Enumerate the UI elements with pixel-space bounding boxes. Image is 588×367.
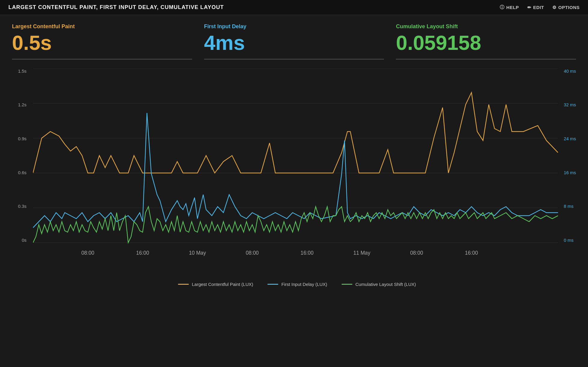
lcp-value: 0.5s bbox=[12, 32, 180, 54]
main-chart: 08:00 16:00 10 May 08:00 16:00 11 May 08… bbox=[33, 68, 558, 273]
x-label-7: 16:00 bbox=[465, 250, 478, 256]
legend-fid: First Input Delay (LUX) bbox=[267, 282, 327, 287]
legend-cls: Cumulative Layout Shift (LUX) bbox=[342, 282, 416, 287]
cls-label: Cumulative Layout Shift bbox=[396, 23, 564, 30]
y-right-2: 24 ms bbox=[564, 136, 576, 141]
header: LARGEST CONTENTFUL PAINT, FIRST INPUT DE… bbox=[0, 0, 588, 15]
y-left-5: 0s bbox=[22, 238, 27, 243]
y-right-3: 16 ms bbox=[564, 170, 576, 175]
y-left-2: 0.9s bbox=[18, 136, 26, 141]
fid-label: First Input Delay bbox=[204, 23, 372, 30]
edit-label: EDIT bbox=[533, 5, 544, 10]
x-label-2: 10 May bbox=[189, 250, 206, 256]
y-left-4: 0.3s bbox=[18, 204, 26, 209]
y-axis-left: 1.5s 1.2s 0.9s 0.6s 0.3s 0s bbox=[18, 68, 29, 243]
legend-cls-line bbox=[342, 284, 352, 285]
question-circle-icon: ⓘ bbox=[500, 5, 505, 10]
y-left-3: 0.6s bbox=[18, 170, 26, 175]
x-label-0: 08:00 bbox=[81, 250, 94, 256]
x-label-1: 16:00 bbox=[136, 250, 149, 256]
legend-lcp: Largest Contentful Paint (LUX) bbox=[178, 282, 253, 287]
chart-container: 1.5s 1.2s 0.9s 0.6s 0.3s 0s 40 ms 32 ms … bbox=[0, 65, 588, 305]
x-label-5: 11 May bbox=[353, 250, 370, 256]
chart-wrap: 1.5s 1.2s 0.9s 0.6s 0.3s 0s 40 ms 32 ms … bbox=[18, 68, 576, 273]
legend-lcp-line bbox=[178, 284, 189, 285]
x-label-4: 16:00 bbox=[300, 250, 313, 256]
header-actions: ⓘ HELP ✏ EDIT ⚙ OPTIONS bbox=[500, 5, 580, 10]
legend-fid-label: First Input Delay (LUX) bbox=[281, 282, 327, 287]
legend-lcp-label: Largest Contentful Paint (LUX) bbox=[192, 282, 253, 287]
page-title: LARGEST CONTENTFUL PAINT, FIRST INPUT DE… bbox=[8, 4, 224, 11]
y-right-0: 40 ms bbox=[564, 68, 576, 74]
options-button[interactable]: ⚙ OPTIONS bbox=[552, 5, 580, 10]
pencil-icon: ✏ bbox=[527, 5, 532, 10]
fid-value: 4ms bbox=[204, 32, 372, 54]
y-right-1: 32 ms bbox=[564, 102, 576, 107]
legend-cls-label: Cumulative Layout Shift (LUX) bbox=[355, 282, 416, 287]
y-right-4: 8 ms bbox=[564, 204, 574, 209]
y-right-5: 0 ms bbox=[564, 238, 574, 243]
cls-value: 0.059158 bbox=[396, 32, 564, 54]
gear-icon: ⚙ bbox=[552, 5, 556, 10]
help-label: HELP bbox=[506, 5, 519, 10]
edit-button[interactable]: ✏ EDIT bbox=[527, 5, 544, 10]
metric-lcp: Largest Contentful Paint 0.5s bbox=[12, 23, 192, 59]
metric-fid: First Input Delay 4ms bbox=[204, 23, 384, 59]
metrics-row: Largest Contentful Paint 0.5s First Inpu… bbox=[0, 15, 588, 62]
metric-cls: Cumulative Layout Shift 0.059158 bbox=[396, 23, 576, 59]
legend-fid-line bbox=[267, 284, 278, 285]
x-label-3: 08:00 bbox=[246, 250, 259, 256]
y-axis-right: 40 ms 32 ms 24 ms 16 ms 8 ms 0 ms bbox=[561, 68, 576, 243]
options-label: OPTIONS bbox=[558, 5, 580, 10]
x-label-6: 08:00 bbox=[410, 250, 423, 256]
lcp-line bbox=[33, 93, 558, 173]
help-button[interactable]: ⓘ HELP bbox=[500, 5, 519, 10]
y-left-1: 1.2s bbox=[18, 102, 26, 107]
lcp-label: Largest Contentful Paint bbox=[12, 23, 180, 30]
fid-line bbox=[33, 113, 558, 228]
cls-line bbox=[33, 207, 558, 243]
chart-legend: Largest Contentful Paint (LUX) First Inp… bbox=[18, 282, 576, 287]
y-left-0: 1.5s bbox=[18, 68, 26, 74]
